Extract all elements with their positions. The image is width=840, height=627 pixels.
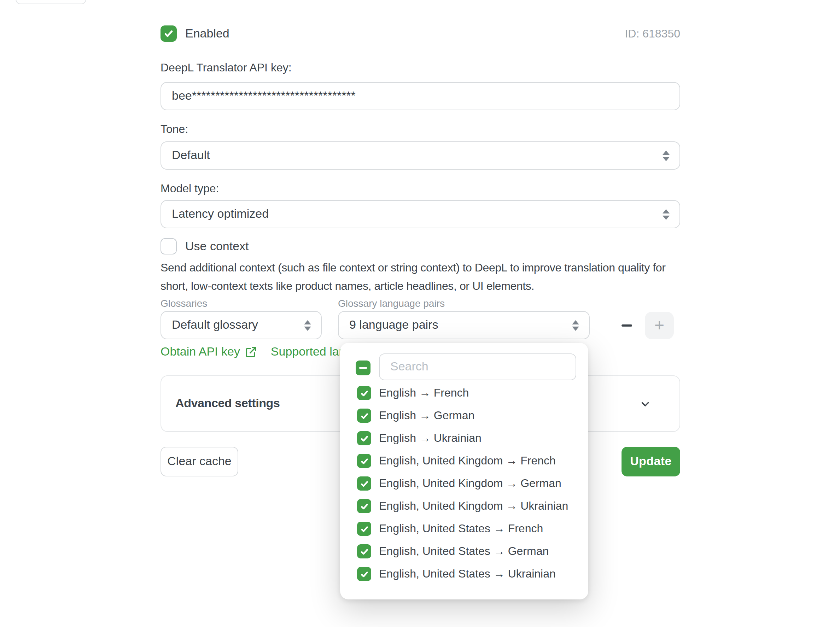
- integration-id: ID: 618350: [625, 28, 680, 40]
- pair-checkbox[interactable]: [357, 476, 371, 491]
- pair-search-input[interactable]: [379, 353, 576, 380]
- pair-label: English, United States → French: [379, 522, 543, 535]
- language-pair-option[interactable]: English, United States → French: [340, 517, 588, 540]
- obtain-api-key-link[interactable]: Obtain API key: [161, 345, 258, 359]
- add-glossary-button[interactable]: +: [645, 312, 674, 339]
- language-pair-option[interactable]: English, United Kingdom → Ukrainian: [340, 495, 588, 517]
- pair-label: English → Ukrainian: [379, 432, 482, 444]
- pair-checkbox[interactable]: [357, 454, 371, 468]
- select-arrows-icon: [304, 320, 311, 331]
- select-arrows-icon: [662, 209, 670, 219]
- enabled-checkbox[interactable]: [161, 25, 177, 42]
- remove-glossary-button[interactable]: [616, 315, 637, 336]
- model-type-label: Model type:: [161, 183, 219, 195]
- deepl-integration-settings-form: Enabled ID: 618350 DeepL Translator API …: [0, 0, 840, 627]
- glossary-pairs-label: Glossary language pairs: [338, 298, 445, 309]
- tone-select-value: Default: [172, 148, 210, 162]
- glossary-pairs-select-value: 9 language pairs: [349, 318, 438, 332]
- pair-label: English → French: [379, 387, 469, 399]
- language-pair-option[interactable]: English, United Kingdom → French: [340, 450, 588, 472]
- clear-cache-label: Clear cache: [167, 455, 231, 469]
- chevron-down-icon: [639, 398, 651, 410]
- pair-label: English, United Kingdom → French: [379, 455, 556, 467]
- language-pair-option[interactable]: English, United States → Ukrainian: [340, 563, 588, 585]
- language-pairs-dropdown: English → French English → German Englis…: [340, 343, 588, 599]
- update-button[interactable]: Update: [621, 447, 680, 476]
- pair-label: English, United Kingdom → Ukrainian: [379, 500, 568, 512]
- pair-checkbox[interactable]: [357, 567, 371, 581]
- glossaries-label: Glossaries: [161, 298, 207, 309]
- language-pair-option[interactable]: English → French: [340, 382, 588, 404]
- language-pair-option[interactable]: English → German: [340, 404, 588, 427]
- pair-checkbox[interactable]: [357, 544, 371, 558]
- pair-checkbox[interactable]: [357, 521, 371, 536]
- language-pair-option[interactable]: English, United States → German: [340, 540, 588, 563]
- indeterminate-icon: [359, 367, 367, 369]
- tone-select[interactable]: Default: [161, 141, 680, 170]
- pair-checkbox[interactable]: [357, 386, 371, 400]
- pair-checkbox[interactable]: [357, 431, 371, 445]
- update-label: Update: [630, 455, 672, 469]
- language-pair-option[interactable]: English, United Kingdom → German: [340, 472, 588, 495]
- select-all-checkbox[interactable]: [356, 361, 370, 375]
- language-pair-list: English → French English → German Englis…: [340, 382, 588, 585]
- obtain-api-key-label: Obtain API key: [161, 345, 240, 359]
- use-context-description: Send additional context (such as file co…: [161, 259, 684, 296]
- minus-icon: [621, 324, 632, 326]
- pair-label: English, United Kingdom → German: [379, 477, 561, 490]
- plus-icon: +: [654, 316, 664, 333]
- use-context-label: Use context: [185, 239, 249, 254]
- external-link-icon: [245, 346, 258, 358]
- check-icon: [163, 28, 174, 39]
- select-arrows-icon: [572, 320, 579, 331]
- pair-label: English, United States → German: [379, 545, 549, 558]
- glossaries-select-value: Default glossary: [172, 318, 258, 332]
- model-type-select[interactable]: Latency optimized: [161, 200, 680, 228]
- pair-label: English, United States → Ukrainian: [379, 568, 556, 580]
- cropped-panel-edge: [16, 0, 86, 4]
- pair-label: English → German: [379, 409, 474, 422]
- pair-checkbox[interactable]: [357, 409, 371, 423]
- advanced-settings-title: Advanced settings: [175, 397, 280, 411]
- api-key-input[interactable]: [161, 82, 680, 110]
- enabled-label: Enabled: [185, 27, 229, 41]
- api-key-label: DeepL Translator API key:: [161, 61, 292, 74]
- clear-cache-button[interactable]: Clear cache: [161, 447, 238, 476]
- tone-label: Tone:: [161, 123, 188, 136]
- language-pair-option[interactable]: English → Ukrainian: [340, 427, 588, 450]
- model-type-select-value: Latency optimized: [172, 207, 269, 221]
- use-context-checkbox[interactable]: [161, 238, 177, 254]
- select-arrows-icon: [662, 150, 670, 161]
- glossary-pairs-select[interactable]: 9 language pairs: [338, 311, 590, 339]
- glossaries-select[interactable]: Default glossary: [161, 311, 322, 339]
- pair-checkbox[interactable]: [357, 499, 371, 513]
